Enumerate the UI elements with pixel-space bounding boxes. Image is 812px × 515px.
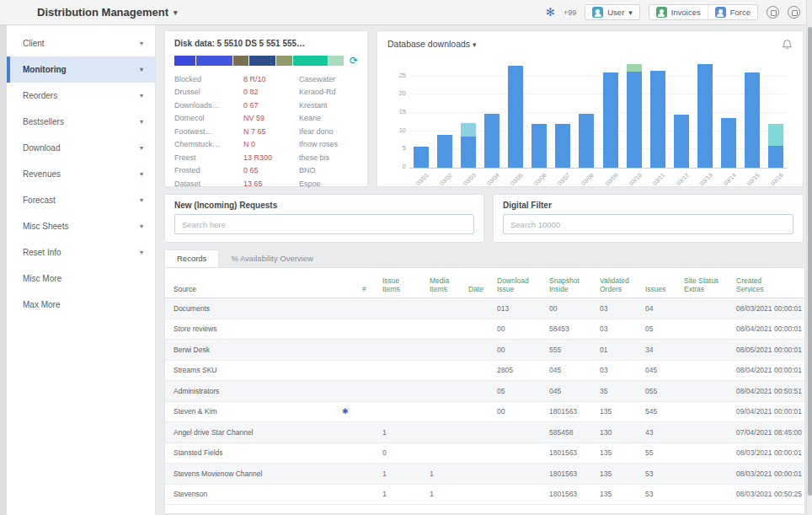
table-row-stevens-movienow-channel[interactable]: Stevens Movienow Channel1118015631355308… xyxy=(165,464,804,485)
cell-iss: 055 xyxy=(645,387,684,395)
chart-bar-03-13[interactable] xyxy=(697,64,713,169)
notifications-icon[interactable]: ✻ xyxy=(546,6,555,19)
cell-issue: 1 xyxy=(382,428,430,437)
chart-x-label: 03/10 xyxy=(627,170,642,176)
disk-stat-row: Chemstuck…N 0Ifnow roses xyxy=(174,138,358,152)
invoices-button[interactable]: Invoices xyxy=(649,5,708,19)
chart-bar-03-11[interactable] xyxy=(650,71,665,168)
cell-media: 1 xyxy=(430,469,468,478)
bell-icon[interactable] xyxy=(782,39,793,50)
topbar-button-group: Invoices Force xyxy=(649,4,758,20)
settings-icon[interactable] xyxy=(767,6,779,19)
sidebar-item-revenues[interactable]: Revenues▾ xyxy=(7,161,155,187)
sidebar-item-label: Revenues xyxy=(23,169,61,179)
chart-x-label: 03/11 xyxy=(650,170,665,176)
disk-stat-label-2: these bis xyxy=(299,153,358,162)
cell-created: 08/04/2021 00:50:51 xyxy=(736,387,805,395)
table-row-documents[interactable]: Documents01300030408/03/2021 00:00:01 xyxy=(165,298,804,319)
chevron-down-icon: ▾ xyxy=(140,223,143,230)
chart-bar-03-04[interactable] xyxy=(484,114,499,168)
cell-snap: 555 xyxy=(549,346,600,354)
sidebar-item-misc-sheets[interactable]: Misc Sheets▾ xyxy=(7,213,155,239)
chart-bar-03-07[interactable] xyxy=(555,124,570,168)
table-row-berwi-desk[interactable]: Berwi Desk00555013408/05/2021 00:00:01 xyxy=(165,340,804,361)
cell-snap: 585458 xyxy=(549,428,600,437)
cell-name: Angel drive Star Channel xyxy=(174,428,342,437)
column-header-media[interactable]: Media Items xyxy=(430,276,468,294)
sidebar-item-max-more[interactable]: Max More xyxy=(7,292,155,318)
column-header-iss[interactable]: Issues xyxy=(645,285,684,294)
table-row-stevenson[interactable]: Stevenson1118015631355308/03/2021 00:50:… xyxy=(165,485,804,506)
chart-y-tick: 15 xyxy=(391,108,406,115)
cell-name: Documents xyxy=(174,304,342,313)
column-header-issue[interactable]: Issue Items xyxy=(382,276,430,294)
sidebar-item-misc-more[interactable]: Misc More xyxy=(7,266,155,292)
cell-snap: 58453 xyxy=(549,325,600,333)
chevron-down-icon: ▾ xyxy=(140,92,143,99)
chart-bar-03-01[interactable] xyxy=(414,147,429,168)
chart-bar-03-10[interactable] xyxy=(627,64,642,168)
incoming-requests-search-input[interactable] xyxy=(174,214,474,234)
chart-bar-03-02[interactable] xyxy=(437,135,452,168)
chart-bar-03-15[interactable] xyxy=(745,72,760,168)
chart-x-label-text: 03/03 xyxy=(462,172,477,186)
table-row-angel-drive-star-channel[interactable]: Angel drive Star Channel15854581304307/0… xyxy=(165,422,804,443)
chart-bar-03-06[interactable] xyxy=(532,124,547,168)
sidebar-item-reset-info[interactable]: Reset Info▾ xyxy=(7,239,155,266)
chevron-down-icon: ▾ xyxy=(174,8,178,17)
chart-title-dropdown[interactable]: Database downloads ▾ xyxy=(387,39,793,49)
vertical-scrollbar[interactable] xyxy=(806,0,812,515)
cell-created: 08/04/2021 00:00:01 xyxy=(736,325,805,333)
disk-stat-value: 0 65 xyxy=(243,166,299,174)
sidebar-item-forecast[interactable]: Forecast▾ xyxy=(7,187,155,213)
chart-bar-value xyxy=(745,72,760,168)
column-header-dl[interactable]: Download Issue xyxy=(497,276,549,294)
chart-bar-03-14[interactable] xyxy=(721,118,736,168)
cell-val: 135 xyxy=(600,490,645,498)
chart-bar-03-08[interactable] xyxy=(579,114,594,168)
column-header-hash[interactable]: # xyxy=(362,285,382,294)
column-header-site[interactable]: Site Status Extras xyxy=(684,276,736,294)
column-header-val[interactable]: Validated Orders xyxy=(600,276,645,294)
filter-search-input[interactable] xyxy=(503,214,793,234)
table-row-administrators[interactable]: Administrators050453505508/04/2021 00:50… xyxy=(165,381,804,402)
disk-usage-bar xyxy=(174,56,344,66)
chart-bar-cap xyxy=(627,64,642,72)
column-header-date[interactable]: Date xyxy=(468,285,497,294)
filter-card-title: Digital Filter xyxy=(503,201,793,210)
user-menu-button[interactable]: User ▾ xyxy=(585,4,640,20)
sidebar-item-label: Bestsellers xyxy=(23,117,64,126)
refresh-icon[interactable]: ⟳ xyxy=(350,56,358,66)
scrollbar-thumb[interactable] xyxy=(808,27,812,496)
app-title-dropdown[interactable]: Distribution Management ▾ xyxy=(37,6,178,19)
sidebar-item-bestsellers[interactable]: Bestsellers▾ xyxy=(7,109,155,135)
chart-bar-03-16[interactable] xyxy=(768,124,783,168)
chart-bar-03-12[interactable] xyxy=(674,115,689,168)
table-row-streams-sku[interactable]: Streams SKU28050450304508/04/2021 00:00:… xyxy=(165,361,804,382)
column-header-name[interactable]: Source xyxy=(174,285,342,294)
sidebar-item-monitoring[interactable]: Monitoring▾ xyxy=(7,56,155,83)
cell-iss: 545 xyxy=(645,407,684,416)
sidebar-item-reorders[interactable]: Reorders▾ xyxy=(7,83,155,109)
chart-y-tick: 0 xyxy=(391,163,406,170)
table-row-store-reviews[interactable]: Store reviews0058453030508/04/2021 00:00… xyxy=(165,319,804,341)
cell-dl: 2805 xyxy=(497,366,549,374)
table-row-steven-kim[interactable]: Steven & Kim✱00180156313554509/04/2021 0… xyxy=(165,402,804,423)
chart-bar-03-09[interactable] xyxy=(603,72,618,168)
force-button[interactable]: Force xyxy=(708,5,757,19)
tab-records[interactable]: Records xyxy=(164,249,219,267)
disk-segment-domecol xyxy=(249,56,275,66)
sidebar-item-download[interactable]: Download▾ xyxy=(7,135,155,161)
chart-bar-03-03[interactable] xyxy=(461,123,476,168)
chart-x-label-text: 03/05 xyxy=(510,172,524,186)
chevron-down-icon: ▾ xyxy=(140,170,143,178)
table-body: Documents01300030408/03/2021 00:00:01Sto… xyxy=(165,298,804,505)
table-row-stansted-fields[interactable]: Stansted Fields018015631355508/03/2021 0… xyxy=(165,443,804,464)
disk-stat-value: 0 67 xyxy=(243,101,299,110)
apps-icon[interactable] xyxy=(788,6,800,19)
tab-availability-overview[interactable]: % Availability Overview xyxy=(219,250,325,267)
column-header-created[interactable]: Created Services xyxy=(736,276,805,294)
sidebar-item-client[interactable]: Client▾ xyxy=(7,30,155,56)
chart-bar-03-05[interactable] xyxy=(508,66,523,168)
column-header-snap[interactable]: Snapshot Inside xyxy=(549,276,600,294)
